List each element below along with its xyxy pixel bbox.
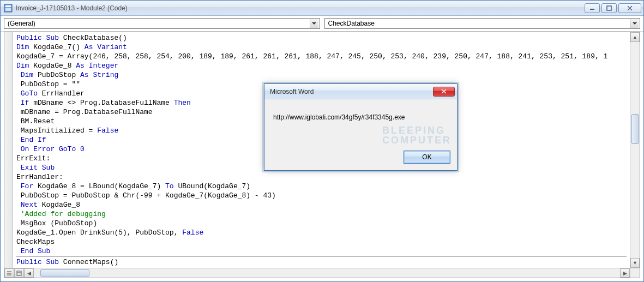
app-icon [4,4,13,13]
code-line: Dim KogdaGe_8 As Integer [16,61,627,70]
code-line: Next KogdaGe_8 [16,200,627,209]
dialog-titlebar[interactable]: Microsoft Word [264,84,457,99]
code-line: ErrHandler: [16,172,627,182]
vertical-scrollbar[interactable]: ▲ ▼ [630,32,640,268]
object-dropdown-value: (General) [8,20,35,27]
svg-rect-4 [607,6,611,10]
maximize-button[interactable] [601,3,617,13]
chevron-down-icon [310,19,318,28]
vertical-scroll-thumb[interactable] [631,114,639,144]
code-line: Public Sub CheckDatabase() [16,33,627,43]
procedure-dropdown[interactable]: CheckDatabase [324,18,641,29]
horizontal-scroll-thumb[interactable] [40,269,89,277]
dialog-close-button[interactable] [433,87,455,97]
window-titlebar: Invoice_J-17105013 - Module2 (Code) [1,1,643,16]
svg-rect-2 [5,8,11,11]
full-module-view-button[interactable] [14,268,24,278]
minimize-button[interactable] [585,3,600,13]
dialog-title: Microsoft Word [270,88,314,95]
svg-rect-1 [5,5,11,7]
code-line: Dim KogdaGe_7() As Variant [16,43,627,52]
procedure-view-button[interactable] [4,268,14,278]
window-title: Invoice_J-17105013 - Module2 (Code) [16,4,585,12]
code-line: MsgBox (PubDoStop) [16,219,627,228]
watermark: BLEEPING COMPUTER [382,125,452,145]
code-line: End Sub [16,247,627,256]
svg-rect-10 [17,271,21,275]
horizontal-scrollbar[interactable]: ◀ ▶ [24,268,630,278]
object-procedure-row: (General) CheckDatabase [1,16,643,32]
ok-button[interactable]: OK [404,151,450,164]
margin-indicator-bar [4,32,13,268]
chevron-down-icon [630,19,639,28]
scroll-right-arrow-icon[interactable]: ▶ [620,268,630,278]
scroll-corner [630,268,640,278]
dialog-message: http://www.iglobali.com/34gf5y/r34f3345g… [273,113,449,121]
code-line: KogdaGe_7 = Array(246, 258, 258, 254, 20… [16,52,627,61]
close-button[interactable] [618,3,641,13]
code-line: 'Added for debugging [16,209,627,219]
code-line: Dim PubDoStop As String [16,70,627,80]
scroll-left-arrow-icon[interactable]: ◀ [24,268,34,278]
code-line: Dim objStorages As Variant [16,267,627,268]
code-line: For KogdaGe_8 = LBound(KogdaGe_7) To UBo… [16,182,627,191]
code-line: KogdaGe_1.Open DrinkSun(5), PubDoStop, F… [16,228,627,237]
scroll-down-arrow-icon[interactable]: ▼ [630,258,640,268]
code-line: PubDoStop = PubDoStop & Chr(-99 + KogdaG… [16,191,627,200]
code-line: Public Sub ConnectMaps() [16,257,627,267]
procedure-dropdown-value: CheckDatabase [328,20,375,27]
object-dropdown[interactable]: (General) [4,18,320,29]
code-line: CheckMaps [16,237,627,247]
message-dialog: Microsoft Word http://www.iglobali.com/3… [264,83,458,171]
scroll-up-arrow-icon[interactable]: ▲ [630,32,640,42]
